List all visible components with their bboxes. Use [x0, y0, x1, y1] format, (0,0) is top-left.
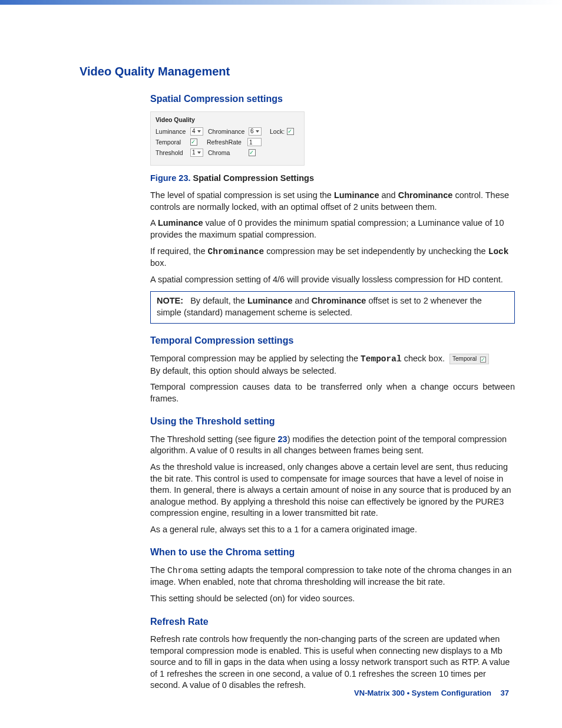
- body-text: As a general rule, always set this to a …: [150, 524, 515, 536]
- chevron-down-icon: [256, 130, 259, 133]
- threshold-label: Threshold: [156, 149, 188, 157]
- body-text: A Luminance value of 0 provides the mini…: [150, 218, 515, 241]
- body-text: This setting should be selected (on) for…: [150, 593, 515, 605]
- top-accent-bar: [0, 0, 562, 5]
- luminance-select[interactable]: 4: [190, 127, 203, 136]
- video-quality-panel: Video Quality Luminance 4 Chrominance 6 …: [150, 111, 305, 166]
- page-title: Video Quality Management: [80, 64, 515, 80]
- chevron-down-icon: [197, 151, 201, 154]
- body-text: The Chroma setting adapts the temporal c…: [150, 565, 515, 588]
- page-footer: VN-Matrix 300 • System Configuration 37: [354, 688, 509, 699]
- chevron-down-icon: [197, 130, 201, 133]
- lock-checkbox[interactable]: [287, 128, 294, 135]
- luminance-label: Luminance: [156, 127, 188, 136]
- figure-caption: Figure 23. Spatial Compression Settings: [150, 173, 515, 185]
- page-number: 37: [501, 689, 509, 697]
- section-heading-temporal: Temporal Compression settings: [150, 334, 515, 347]
- section-heading-spatial: Spatial Compression settings: [150, 93, 515, 106]
- refreshrate-input[interactable]: 1: [247, 138, 262, 146]
- chroma-checkbox[interactable]: [249, 149, 256, 156]
- figure-link[interactable]: 23: [278, 434, 287, 444]
- temporal-label: Temporal: [156, 138, 188, 146]
- note-label: NOTE:: [157, 296, 183, 305]
- refreshrate-label: RefreshRate: [207, 138, 245, 146]
- temporal-chip: Temporal: [449, 354, 489, 364]
- section-heading-chroma: When to use the Chroma setting: [150, 546, 515, 559]
- section-heading-threshold: Using the Threshold setting: [150, 415, 515, 428]
- chrominance-label: Chrominance: [208, 127, 246, 136]
- body-text: The Threshold setting (see figure 23) mo…: [150, 434, 515, 457]
- body-text: Refresh rate controls how frequently the…: [150, 634, 515, 691]
- body-text: A spatial compression setting of 4/6 wil…: [150, 274, 515, 286]
- footer-text: VN-Matrix 300 • System Configuration: [354, 689, 491, 697]
- body-text: The level of spatial compression is set …: [150, 190, 515, 213]
- threshold-select[interactable]: 1: [190, 149, 203, 157]
- body-text: If required, the Chrominance compression…: [150, 246, 515, 269]
- temporal-checkbox[interactable]: [190, 139, 197, 146]
- body-text: Temporal compression causes data to be t…: [150, 381, 515, 404]
- body-text: As the threshold value is increased, onl…: [150, 462, 515, 519]
- note-box: NOTE: By default, the Luminance and Chro…: [150, 291, 515, 324]
- body-text: Temporal compression may be applied by s…: [150, 353, 515, 377]
- panel-title: Video Quality: [156, 116, 299, 124]
- chrominance-select[interactable]: 6: [249, 127, 262, 136]
- chroma-label: Chroma: [208, 149, 246, 157]
- temporal-chip-checkbox: [480, 357, 486, 363]
- lock-label: Lock:: [270, 127, 285, 136]
- section-heading-refresh: Refresh Rate: [150, 615, 515, 628]
